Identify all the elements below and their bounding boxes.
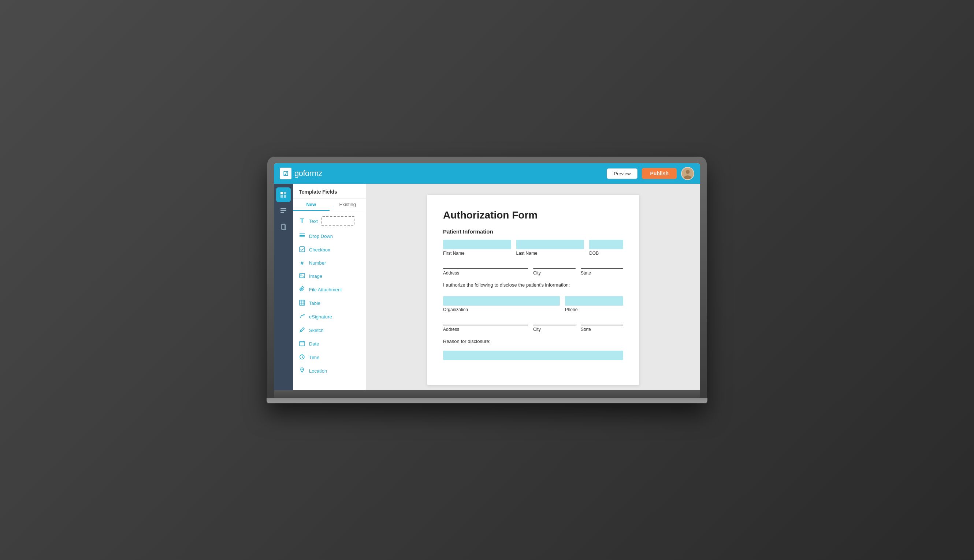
attachment-field-label: File Attachment (309, 287, 342, 292)
field-item-checkbox[interactable]: Checkbox (293, 243, 366, 257)
time-field-label: Time (309, 355, 319, 360)
reason-label: Reason for disclosure: (443, 338, 623, 345)
field-item-sketch[interactable]: Sketch (293, 323, 366, 337)
svg-rect-24 (300, 342, 305, 346)
sketch-field-label: Sketch (309, 328, 324, 333)
dropdown-field-label: Drop Down (309, 233, 333, 239)
field-group-lastname: Last Name (516, 240, 584, 256)
field-item-number[interactable]: # Number (293, 257, 366, 269)
fields-list: T Text Drop Down (293, 211, 366, 390)
svg-rect-9 (280, 212, 284, 213)
disclosure-text: I authorize the following to disclose th… (443, 282, 623, 289)
time-field-icon (299, 354, 305, 361)
field-item-table[interactable]: Table (293, 297, 366, 310)
input-state1[interactable] (581, 268, 623, 269)
avatar (681, 167, 694, 180)
svg-point-1 (686, 170, 690, 174)
attachment-field-icon (299, 286, 305, 293)
image-field-icon (299, 273, 305, 280)
text-field-icon: T (299, 217, 305, 225)
input-dob[interactable] (589, 240, 623, 249)
table-field-label: Table (309, 300, 320, 306)
logo-text: goformz (294, 169, 322, 178)
tab-existing[interactable]: Existing (330, 199, 366, 211)
location-field-label: Location (309, 368, 327, 374)
field-group-phone: Phone (565, 296, 623, 312)
svg-point-23 (304, 314, 305, 315)
field-item-image[interactable]: Image (293, 269, 366, 283)
svg-rect-16 (300, 273, 305, 278)
publish-button[interactable]: Publish (642, 168, 677, 179)
label-dob: DOB (589, 251, 623, 256)
input-city1[interactable] (533, 268, 575, 269)
form-document: Authorization Form Patient Information F… (427, 195, 639, 385)
sidebar-item-layout[interactable] (276, 203, 291, 218)
image-field-label: Image (309, 273, 322, 279)
svg-rect-8 (280, 210, 286, 211)
label-phone: Phone (565, 307, 623, 312)
field-item-location[interactable]: Location (293, 364, 366, 378)
field-group-address2: Address (443, 318, 528, 332)
location-field-icon (299, 367, 305, 375)
label-address1: Address (443, 270, 528, 276)
form-section1-title: Patient Information (443, 228, 623, 235)
input-city2[interactable] (533, 325, 575, 325)
laptop-base (267, 398, 707, 403)
input-state2[interactable] (581, 325, 623, 325)
input-phone[interactable] (565, 296, 623, 306)
number-field-label: Number (309, 260, 326, 266)
input-lastname[interactable] (516, 240, 584, 249)
svg-rect-5 (280, 195, 283, 198)
field-item-attachment[interactable]: File Attachment (293, 283, 366, 297)
svg-rect-14 (300, 237, 305, 237)
sidebar-item-pages[interactable] (276, 220, 291, 234)
form-title: Authorization Form (443, 209, 623, 221)
logo-go: go (294, 169, 303, 178)
form-row-4: Address City State (443, 318, 623, 332)
dropdown-field-icon (299, 233, 305, 240)
text-field-label: Text (309, 218, 318, 224)
form-row-1: First Name Last Name DOB (443, 240, 623, 256)
sidebar-item-template[interactable] (276, 187, 291, 202)
template-tabs: New Existing (293, 199, 366, 211)
svg-point-29 (302, 369, 303, 370)
label-city1: City (533, 270, 575, 276)
tab-new[interactable]: New (293, 199, 330, 211)
label-lastname: Last Name (516, 251, 584, 256)
label-state2: State (581, 327, 623, 332)
icon-sidebar (274, 184, 293, 390)
field-group-dob: DOB (589, 240, 623, 256)
field-item-time[interactable]: Time (293, 351, 366, 364)
preview-button[interactable]: Preview (607, 168, 637, 179)
svg-rect-15 (300, 247, 305, 252)
input-firstname[interactable] (443, 240, 511, 249)
input-org[interactable] (443, 296, 560, 306)
app-container: ☑ goformz Preview Publish (274, 163, 700, 390)
table-field-icon (299, 300, 305, 307)
field-group-city1: City (533, 262, 575, 276)
number-field-icon: # (299, 260, 305, 266)
field-item-date[interactable]: Date (293, 337, 366, 351)
svg-rect-3 (280, 192, 283, 194)
esignature-field-label: eSignature (309, 314, 332, 320)
label-city2: City (533, 327, 575, 332)
field-item-text[interactable]: T Text (293, 213, 366, 230)
input-address1[interactable] (443, 268, 528, 269)
field-group-address1: Address (443, 262, 528, 276)
label-address2: Address (443, 327, 528, 332)
field-item-dropdown[interactable]: Drop Down (293, 230, 366, 243)
laptop-screen: ☑ goformz Preview Publish (274, 163, 700, 390)
checkbox-field-label: Checkbox (309, 247, 330, 253)
laptop-frame: ☑ goformz Preview Publish (267, 157, 707, 403)
top-bar: ☑ goformz Preview Publish (274, 163, 700, 184)
field-item-esignature[interactable]: eSignature (293, 310, 366, 323)
logo-formz: formz (303, 169, 322, 178)
form-canvas: Authorization Form Patient Information F… (366, 184, 700, 390)
svg-rect-4 (284, 192, 286, 194)
field-group-state2: State (581, 318, 623, 332)
sketch-field-icon (299, 327, 305, 334)
field-group-firstname: First Name (443, 240, 511, 256)
svg-rect-6 (284, 195, 286, 198)
input-reason[interactable] (443, 351, 623, 360)
input-address2[interactable] (443, 325, 528, 325)
